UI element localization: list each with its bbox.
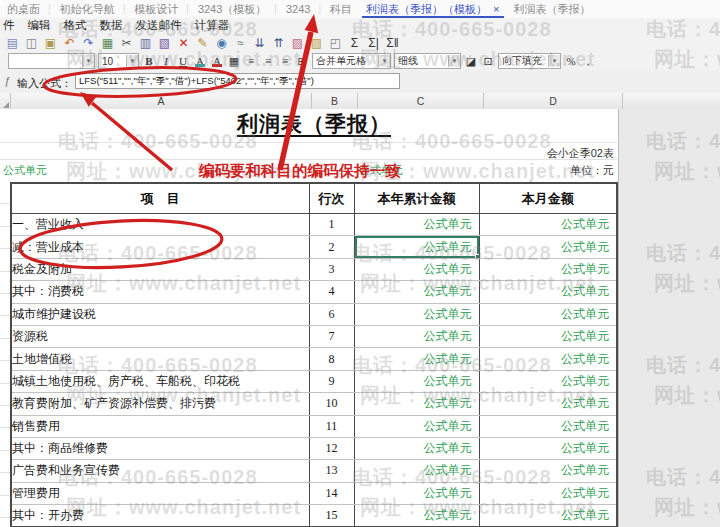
align-right-button[interactable]: ≡ (278, 54, 292, 68)
merge-cells-dropdown[interactable]: 合并单元格▾ (312, 53, 391, 69)
item-cell[interactable]: 其中：消费税 (11, 281, 309, 303)
line-number-cell[interactable]: 6 (309, 303, 354, 325)
year-total-cell[interactable]: 公式单元 (354, 325, 479, 347)
line-number-cell[interactable]: 9 (309, 370, 354, 392)
menu-item-2[interactable]: 格式 (64, 18, 87, 33)
window-icon[interactable]: ◰ (328, 35, 343, 50)
undo-icon[interactable]: ↶ (62, 35, 77, 50)
column-header-d[interactable]: D (484, 93, 623, 109)
line-number-cell[interactable]: 13 (309, 460, 354, 482)
line-number-cell[interactable]: 8 (309, 348, 354, 370)
fill-down-dropdown[interactable]: 向下填充▾ (498, 53, 561, 69)
copy-icon[interactable]: ▥ (138, 35, 153, 50)
year-total-cell[interactable]: 公式单元 (354, 460, 479, 482)
tab-7[interactable]: 利润表（季报） (507, 0, 598, 18)
print-icon[interactable]: ▣ (43, 35, 58, 50)
redo-icon[interactable]: ↷ (81, 35, 96, 50)
year-total-cell[interactable]: 公式单元 (354, 505, 479, 527)
month-cell[interactable]: 公式单元 (479, 325, 617, 347)
underline-button[interactable]: U (176, 54, 190, 68)
item-cell[interactable]: 一、营业收入 (11, 214, 309, 236)
align-center-button[interactable]: ≡ (261, 54, 275, 68)
month-cell[interactable]: 公式单元 (479, 214, 617, 236)
line-number-cell[interactable]: 12 (309, 437, 354, 459)
header-item[interactable]: 项 目 (11, 183, 309, 214)
menu-item-5[interactable]: 计算器 (195, 18, 230, 33)
year-total-cell[interactable]: 公式单元 (354, 258, 479, 280)
sum-icon[interactable]: Σ (347, 35, 362, 50)
select-all-corner[interactable] (0, 93, 11, 109)
line-number-cell[interactable]: 10 (309, 393, 354, 415)
paste-sheet-icon[interactable]: ▧ (157, 35, 172, 50)
sum-row-icon[interactable]: Σ| (366, 35, 381, 50)
close-icon[interactable]: × (493, 3, 499, 15)
month-cell[interactable]: 公式单元 (479, 370, 617, 392)
line-number-cell[interactable]: 3 (309, 258, 354, 280)
year-total-cell[interactable]: 公式单元 (354, 281, 479, 303)
year-total-cell[interactable]: 公式单元 (354, 236, 479, 258)
tab-5[interactable]: 科目 (323, 0, 359, 18)
year-total-cell[interactable]: 公式单元 (354, 348, 479, 370)
sort-asc-icon[interactable]: ⇊ (252, 35, 267, 50)
comma-button[interactable]: ， (581, 54, 595, 68)
merge-cells-icon[interactable]: ⊞ (295, 54, 309, 68)
year-total-cell[interactable]: 公式单元 (354, 393, 479, 415)
tab-0[interactable]: 的桌面 (0, 0, 47, 18)
column-header-a[interactable]: A (11, 93, 312, 109)
header-line[interactable]: 行次 (309, 183, 354, 214)
item-cell[interactable]: 减：营业成本 (11, 236, 309, 258)
delete-icon[interactable]: ✕ (176, 35, 191, 50)
item-cell[interactable]: 管理费用 (11, 482, 309, 504)
font-size-dropdown[interactable]: 10▾ (98, 53, 139, 69)
header-year-total[interactable]: 本年累计金额 (354, 183, 479, 214)
item-cell[interactable]: 资源税 (11, 325, 309, 347)
report-title-cell[interactable]: 利润表（季报） (10, 110, 618, 138)
item-cell[interactable]: 销售费用 (11, 415, 309, 437)
tab-6[interactable]: 利润表（季报）（模板）× (359, 0, 506, 18)
insert-grid-icon[interactable]: ▦ (100, 35, 115, 50)
year-total-cell[interactable]: 公式单元 (354, 437, 479, 459)
align-left-button[interactable]: ≡ (244, 54, 258, 68)
month-cell[interactable]: 公式单元 (479, 505, 617, 527)
item-cell[interactable]: 土地增值税 (11, 348, 309, 370)
doc-code-cell[interactable]: 会小企季02表 (10, 146, 614, 161)
year-total-cell[interactable]: 公式单元 (354, 482, 479, 504)
month-cell[interactable]: 公式单元 (479, 437, 617, 459)
column-header-c[interactable]: C (358, 93, 484, 109)
item-cell[interactable]: 广告费和业务宣传费 (11, 460, 309, 482)
item-cell[interactable]: 教育费附加、矿产资源补偿费、排污费 (11, 393, 309, 415)
font-family-dropdown[interactable]: ▾ (8, 53, 95, 69)
find-icon[interactable]: ◉ (214, 35, 229, 50)
italic-button[interactable]: I (159, 54, 173, 68)
bold-button[interactable]: B (142, 54, 156, 68)
unit-cell[interactable]: 单位：元 (10, 163, 614, 178)
month-cell[interactable]: 公式单元 (479, 393, 617, 415)
eraser-button[interactable]: ◪ (464, 54, 478, 68)
percent-button[interactable]: % (564, 54, 578, 68)
year-total-cell[interactable]: 公式单元 (354, 370, 479, 392)
month-cell[interactable]: 公式单元 (479, 460, 617, 482)
year-total-cell[interactable]: 公式单元 (354, 214, 479, 236)
item-cell[interactable]: 城市维护建设税 (11, 303, 309, 325)
line-number-cell[interactable]: 1 (309, 214, 354, 236)
open-folder-button[interactable]: ⊡ (481, 54, 495, 68)
format-painter-icon[interactable]: ✎ (195, 35, 210, 50)
font-color-button[interactable]: A (210, 54, 224, 68)
item-cell[interactable]: 其中：商品维修费 (11, 437, 309, 459)
line-number-cell[interactable]: 7 (309, 325, 354, 347)
month-cell[interactable]: 公式单元 (479, 482, 617, 504)
line-number-cell[interactable]: 11 (309, 415, 354, 437)
menu-item-4[interactable]: 发送邮件 (136, 18, 182, 33)
year-total-cell[interactable]: 公式单元 (354, 303, 479, 325)
month-cell[interactable]: 公式单元 (479, 303, 617, 325)
replace-icon[interactable]: ≈ (233, 35, 248, 50)
item-cell[interactable]: 税金及附加 (11, 258, 309, 280)
line-style-dropdown[interactable]: 细线▾ (394, 53, 461, 69)
month-cell[interactable]: 公式单元 (479, 348, 617, 370)
sum-col-icon[interactable]: Σ‖ (385, 35, 400, 50)
tab-3[interactable]: 3243（模板） (191, 0, 273, 18)
month-cell[interactable]: 公式单元 (479, 236, 617, 258)
item-cell[interactable]: 城镇土地使用税、房产税、车船税、印花税 (11, 370, 309, 392)
header-month[interactable]: 本月金额 (479, 183, 617, 214)
column-header-b[interactable]: B (312, 93, 358, 109)
